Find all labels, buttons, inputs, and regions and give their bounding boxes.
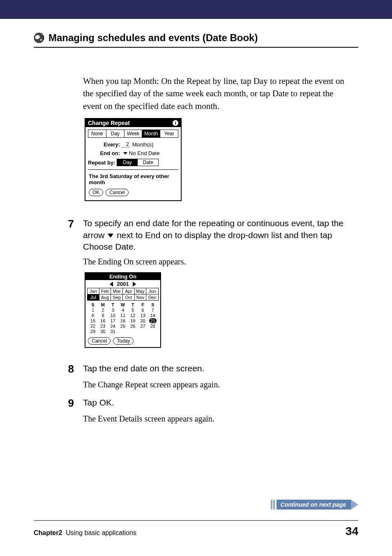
tab-month[interactable]: Month bbox=[142, 130, 160, 137]
today-button[interactable]: Today bbox=[113, 337, 134, 345]
tab-none[interactable]: None bbox=[88, 130, 106, 137]
page-footer: Chapter2 Using basic applications 34 bbox=[34, 520, 358, 538]
chapter-label: Chapter2 bbox=[34, 529, 62, 536]
day-cell[interactable]: 11 bbox=[118, 313, 128, 318]
day-cell[interactable]: 30 bbox=[98, 329, 108, 334]
month-jan[interactable]: Jan bbox=[88, 288, 99, 294]
tab-year[interactable]: Year bbox=[160, 130, 178, 137]
continued-text: Continued on next page bbox=[277, 500, 351, 510]
day-cell[interactable]: 15 bbox=[88, 318, 98, 323]
repeat-by-date[interactable]: Date bbox=[138, 159, 158, 166]
day-cell bbox=[148, 329, 158, 334]
day-cell[interactable]: 22 bbox=[88, 324, 98, 329]
ending-on-title: Ending On bbox=[85, 273, 160, 280]
ribbon-bars-icon bbox=[271, 500, 275, 510]
tab-day[interactable]: Day bbox=[106, 130, 125, 137]
day-cell[interactable]: 28 bbox=[148, 324, 158, 329]
repeat-summary: The 3rd Saturday of every other month bbox=[88, 169, 178, 189]
year-value: 2001 bbox=[117, 281, 129, 287]
every-input[interactable]: 2 bbox=[122, 141, 130, 148]
day-cell[interactable]: 20 bbox=[138, 318, 148, 323]
day-cell[interactable]: 8 bbox=[88, 313, 98, 318]
day-cell[interactable]: 18 bbox=[118, 318, 128, 323]
day-cell[interactable]: 24 bbox=[108, 324, 118, 329]
day-cell[interactable]: 1 bbox=[88, 308, 98, 313]
month-may[interactable]: May bbox=[135, 288, 147, 294]
day-cell[interactable]: 26 bbox=[128, 324, 138, 329]
step-8-number: 8 bbox=[64, 363, 74, 375]
day-cell-selected[interactable]: 21 bbox=[149, 318, 157, 323]
next-year-icon[interactable] bbox=[133, 282, 136, 287]
calendar-grid: S M T W T F S 1 2 3 4 5 6 7 8 9 10 11 12… bbox=[88, 302, 158, 334]
month-jun[interactable]: Jun bbox=[146, 288, 158, 294]
month-mar[interactable]: Mar bbox=[111, 288, 123, 294]
day-cell[interactable]: 25 bbox=[118, 324, 128, 329]
every-unit: Month(s) bbox=[132, 141, 153, 148]
step-8-follow: The Change Repeat screen appears again. bbox=[83, 379, 358, 390]
day-cell[interactable]: 2 bbox=[98, 308, 108, 313]
repeat-by-label: Repeat by: bbox=[88, 160, 115, 166]
change-repeat-title: Change Repeat bbox=[88, 120, 130, 126]
month-oct[interactable]: Oct bbox=[123, 294, 135, 300]
svg-point-2 bbox=[40, 39, 42, 41]
ok-button[interactable]: OK bbox=[89, 189, 103, 196]
day-cell[interactable]: 14 bbox=[148, 313, 158, 318]
day-cell[interactable]: 23 bbox=[98, 324, 108, 329]
continued-ribbon: Continued on next page bbox=[271, 500, 358, 510]
day-cell[interactable]: 27 bbox=[138, 324, 148, 329]
chapter-title: Using basic applications bbox=[66, 529, 136, 536]
month-aug[interactable]: Aug bbox=[99, 294, 111, 300]
day-cell[interactable]: 9 bbox=[98, 313, 108, 318]
day-cell[interactable]: 3 bbox=[108, 308, 118, 313]
month-jul[interactable]: Jul bbox=[88, 294, 99, 300]
page-number: 34 bbox=[346, 525, 358, 538]
cancel-button[interactable]: Cancel bbox=[88, 337, 111, 345]
day-cell bbox=[128, 329, 138, 334]
step-7-number: 7 bbox=[64, 218, 74, 253]
month-nov[interactable]: Nov bbox=[135, 294, 147, 300]
day-cell[interactable]: 12 bbox=[128, 313, 138, 318]
change-repeat-panel: Change Repeat i None Day Week Month Year… bbox=[85, 118, 182, 201]
repeat-by-options: Day Date bbox=[117, 159, 159, 166]
prev-year-icon[interactable] bbox=[110, 282, 113, 287]
info-icon[interactable]: i bbox=[173, 120, 178, 126]
end-on-value[interactable]: No End Date bbox=[129, 150, 159, 156]
step-9: 9 Tap OK. bbox=[64, 397, 358, 410]
day-cell[interactable]: 7 bbox=[148, 308, 158, 313]
day-cell[interactable]: 19 bbox=[128, 318, 138, 323]
day-cell[interactable]: 5 bbox=[128, 308, 138, 313]
day-cell[interactable]: 4 bbox=[118, 308, 128, 313]
change-repeat-titlebar: Change Repeat i bbox=[85, 119, 181, 127]
month-apr[interactable]: Apr bbox=[123, 288, 135, 294]
step-7-follow: The Ending On screen appears. bbox=[83, 256, 358, 267]
day-cell[interactable]: 17 bbox=[108, 318, 118, 323]
top-bar bbox=[0, 0, 392, 19]
step-7-text: To specify an end date for the repeating… bbox=[83, 218, 358, 253]
page-heading: Managing schedules and events (Date Book… bbox=[34, 32, 358, 48]
day-cell[interactable]: 29 bbox=[88, 329, 98, 334]
day-cell[interactable]: 16 bbox=[98, 318, 108, 323]
step-9-text: Tap OK. bbox=[83, 397, 114, 410]
day-cell[interactable]: 6 bbox=[138, 308, 148, 313]
day-cell bbox=[138, 329, 148, 334]
month-sep[interactable]: Sep bbox=[111, 294, 123, 300]
day-cell[interactable]: 13 bbox=[138, 313, 148, 318]
step-8-text: Tap the end date on the screen. bbox=[83, 363, 204, 375]
intro-paragraph: When you tap Month: On the Repeat by lin… bbox=[83, 75, 346, 112]
step-7: 7 To specify an end date for the repeati… bbox=[64, 218, 358, 253]
every-label: Every: bbox=[88, 141, 122, 148]
end-on-label: End on: bbox=[88, 150, 122, 156]
month-feb[interactable]: Feb bbox=[99, 288, 111, 294]
tab-week[interactable]: Week bbox=[125, 130, 143, 137]
down-triangle-icon bbox=[108, 234, 113, 238]
month-dec[interactable]: Dec bbox=[146, 294, 158, 300]
cancel-button[interactable]: Cancel bbox=[106, 189, 128, 196]
dropdown-arrow-icon[interactable] bbox=[123, 152, 127, 155]
year-selector: 2001 bbox=[85, 280, 160, 288]
step-9-follow: The Event Details screen appears again. bbox=[83, 413, 358, 424]
step-9-number: 9 bbox=[64, 397, 74, 410]
datebook-icon bbox=[34, 32, 44, 43]
day-cell[interactable]: 10 bbox=[108, 313, 118, 318]
repeat-by-day[interactable]: Day bbox=[117, 159, 138, 166]
day-cell[interactable]: 31 bbox=[108, 329, 118, 334]
